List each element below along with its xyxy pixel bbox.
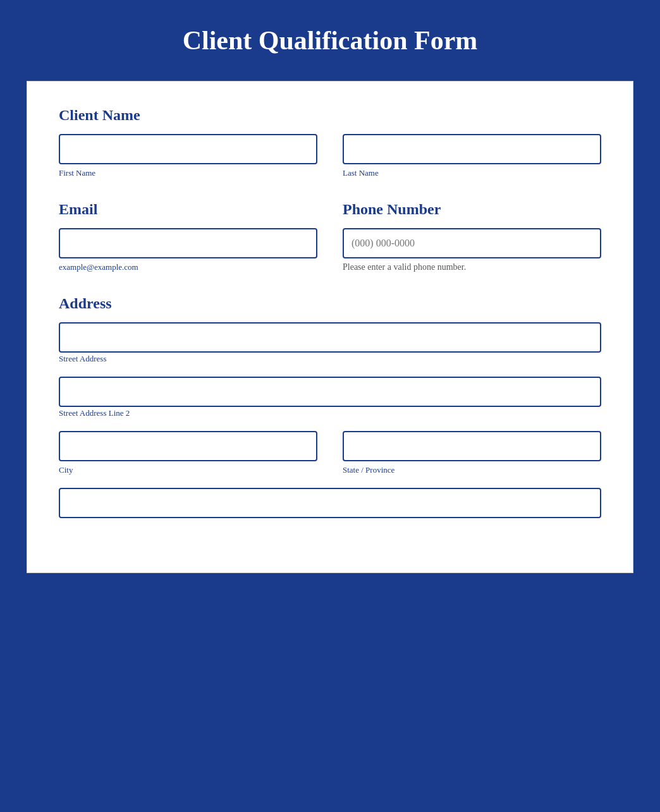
email-input[interactable] bbox=[59, 228, 317, 258]
postal-field bbox=[59, 488, 601, 518]
city-hint: City bbox=[59, 465, 317, 475]
street1-field: Street Address bbox=[59, 322, 601, 364]
first-name-input[interactable] bbox=[59, 134, 317, 164]
email-phone-row: Email example@example.com Phone Number P… bbox=[59, 201, 601, 272]
street-address-line2-input[interactable] bbox=[59, 377, 601, 407]
phone-hint: Please enter a valid phone number. bbox=[343, 262, 601, 272]
last-name-field: Last Name bbox=[343, 134, 601, 178]
city-field: City bbox=[59, 431, 317, 475]
phone-label: Phone Number bbox=[343, 201, 601, 218]
first-name-field: First Name bbox=[59, 134, 317, 178]
email-field-wrapper: Email example@example.com bbox=[59, 201, 317, 272]
city-state-row: City State / Province bbox=[59, 431, 601, 475]
street-address-hint: Street Address bbox=[59, 354, 106, 363]
page-title: Client Qualification Form bbox=[13, 25, 647, 56]
page-header: Client Qualification Form bbox=[0, 0, 660, 81]
state-field: State / Province bbox=[343, 431, 601, 475]
state-province-hint: State / Province bbox=[343, 465, 601, 475]
address-section: Address Street Address Street Address Li… bbox=[59, 295, 601, 518]
phone-field-wrapper: Phone Number Please enter a valid phone … bbox=[343, 201, 601, 272]
client-name-section: Client Name First Name Last Name bbox=[59, 107, 601, 178]
address-label: Address bbox=[59, 295, 601, 312]
state-input[interactable] bbox=[343, 431, 601, 461]
street-address-line2-hint: Street Address Line 2 bbox=[59, 408, 130, 418]
street-address-input[interactable] bbox=[59, 322, 601, 353]
form-container: Client Name First Name Last Name Email e… bbox=[27, 81, 633, 573]
last-name-input[interactable] bbox=[343, 134, 601, 164]
email-phone-section: Email example@example.com Phone Number P… bbox=[59, 201, 601, 272]
first-name-hint: First Name bbox=[59, 168, 317, 178]
city-input[interactable] bbox=[59, 431, 317, 461]
street2-field: Street Address Line 2 bbox=[59, 377, 601, 418]
phone-input[interactable] bbox=[343, 228, 601, 258]
name-row: First Name Last Name bbox=[59, 134, 601, 178]
email-hint: example@example.com bbox=[59, 262, 317, 272]
email-label: Email bbox=[59, 201, 317, 218]
last-name-hint: Last Name bbox=[343, 168, 601, 178]
postal-code-input[interactable] bbox=[59, 488, 601, 518]
client-name-label: Client Name bbox=[59, 107, 601, 124]
